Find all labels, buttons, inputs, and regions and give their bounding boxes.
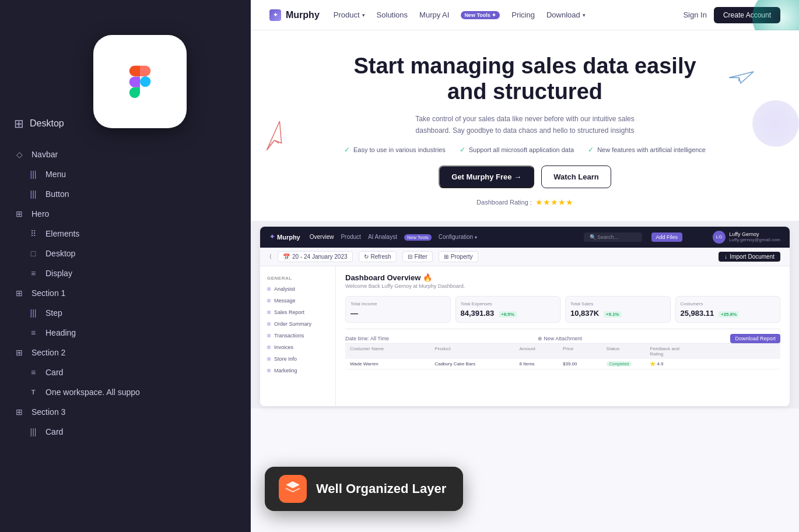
dash-property-button[interactable]: ⊞ Property xyxy=(439,251,478,262)
nav-link-new-tools[interactable]: New Tools ✦ xyxy=(461,11,500,19)
toast-icon-bg xyxy=(279,475,307,503)
paper-plane-right-icon xyxy=(726,62,756,90)
stat-total-expenses: Total Expenses 84,391.83 +8.5% xyxy=(455,296,561,323)
dash-link-product[interactable]: Product xyxy=(341,234,360,240)
sidebar-item-one-workspace[interactable]: T One workspace. All suppo xyxy=(0,382,250,402)
download-report-button[interactable]: Download Report xyxy=(730,334,780,343)
dash-user: LG Luffy Gernoy Luffy.gernoy@gmail.com xyxy=(713,231,780,244)
dash-import-button[interactable]: ↓ Import Document xyxy=(719,252,780,262)
dash-date-range[interactable]: 📅 20 - 24 January 2023 xyxy=(278,251,353,262)
sidebar-label-menu: Menu xyxy=(45,170,66,179)
dot-icon-5 xyxy=(267,334,271,337)
dash-sidebar-item-transactions[interactable]: Transactions xyxy=(260,330,335,341)
dash-sidebar-item-invoices[interactable]: Invoices xyxy=(260,341,335,353)
dash-link-overview[interactable]: Overview xyxy=(310,234,334,240)
sidebar-label-navbar: Navbar xyxy=(31,150,58,159)
stat-total-sales: Total Sales 10,837K +9.1% xyxy=(565,296,671,323)
dot-icon-3 xyxy=(267,311,271,314)
bars-icon-3: ||| xyxy=(28,308,38,318)
sidebar-label-card2: Card xyxy=(45,427,63,436)
dash-search[interactable]: 🔍 Search... xyxy=(584,232,642,242)
nav-link-product[interactable]: Product ▾ xyxy=(334,10,365,19)
nav-link-murpy-ai[interactable]: Murpy AI xyxy=(419,10,449,19)
nav-link-pricing[interactable]: Pricing xyxy=(511,10,535,19)
bars-icon-2: ||| xyxy=(28,189,38,199)
sidebar-item-heading[interactable]: ≡ Heading xyxy=(0,323,250,343)
watch-learn-button[interactable]: Watch Learn xyxy=(541,165,611,188)
dash-refresh-button[interactable]: ↻ Refresh xyxy=(359,251,397,262)
lines-icon-2: ≡ xyxy=(28,327,38,338)
dash-link-ai[interactable]: AI Analayst xyxy=(368,234,397,240)
sidebar-item-card2[interactable]: ||| Card xyxy=(0,422,250,442)
sidebar-item-navbar[interactable]: ◇ Navbar xyxy=(0,145,250,164)
sidebar-label-hero: Hero xyxy=(31,209,49,219)
sidebar-item-menu[interactable]: ||| Menu xyxy=(0,164,250,184)
dash-nav-logo: ✦ Murphy xyxy=(269,233,300,241)
dash-sidebar-item-sales[interactable]: Sales Report xyxy=(260,306,335,318)
hero-rating: Dashboard Rating : ★★★★★ xyxy=(269,198,780,207)
sidebar-label-heading: Heading xyxy=(45,328,76,337)
dot-icon xyxy=(267,287,271,291)
dot-icon-6 xyxy=(267,346,271,349)
sidebar-item-display[interactable]: ≡ Display xyxy=(0,263,250,283)
nav-link-download[interactable]: Download ▾ xyxy=(546,10,586,19)
grid-icon-2: ⊞ xyxy=(14,288,24,298)
rating-stars: ★★★★★ xyxy=(535,198,573,207)
sidebar-item-step[interactable]: ||| Step xyxy=(0,303,250,323)
dash-add-files-button[interactable]: Add Files xyxy=(651,232,683,242)
hero-feature-3: ✓ New features with artificial intellige… xyxy=(588,146,706,154)
sidebar-label-section1: Section 1 xyxy=(31,288,65,298)
dash-sidebar-general-label: GENERAL xyxy=(260,273,335,283)
dot-icon-2 xyxy=(267,299,271,302)
dash-overview-title: Dashboard Overview 🔥 xyxy=(345,273,780,282)
figma-icon-bg xyxy=(93,35,187,128)
sidebar-item-elements[interactable]: ⠿ Elements xyxy=(0,224,250,244)
dot-icon-4 xyxy=(267,322,271,326)
inner-dashboard: ✦ Murphy Overview Product AI Analayst Ne… xyxy=(260,227,790,406)
sidebar-item-section1[interactable]: ⊞ Section 1 xyxy=(0,283,250,303)
hero-feature-2: ✓ Support all microsoft application data xyxy=(460,146,574,154)
dash-sidebar-item-store[interactable]: Store Info xyxy=(260,353,335,365)
bars-icon-4: ||| xyxy=(28,427,38,437)
sidebar-item-section3[interactable]: ⊞ Section 3 xyxy=(0,402,250,422)
stat-customers: Costumers 25,983.11 +25.8% xyxy=(675,296,781,323)
sidebar-item-hero[interactable]: ⊞ Hero xyxy=(0,204,250,224)
dash-sidebar-item-orders[interactable]: Order Summary xyxy=(260,318,335,330)
hero-subtitle: Take control of your sales data like nev… xyxy=(414,114,636,136)
nav-bar: ✦ Murphy Product ▾ Solutions Murpy AI Ne… xyxy=(251,0,799,30)
dash-content: Dashboard Overview 🔥 Welcome Back Luffy … xyxy=(336,266,790,406)
main-area: ✦ Murphy Product ▾ Solutions Murpy AI Ne… xyxy=(251,0,799,532)
sidebar-label-section3: Section 3 xyxy=(31,407,65,417)
dash-sidebar-item-marketing[interactable]: Marketing xyxy=(260,365,335,376)
dash-toolbar: ⟨ 📅 20 - 24 January 2023 ↻ Refresh ⊟ Fil… xyxy=(260,248,790,266)
nav-links: Product ▾ Solutions Murpy AI New Tools ✦… xyxy=(334,10,670,19)
sign-in-button[interactable]: Sign In xyxy=(683,10,706,19)
dots-icon: ⠿ xyxy=(28,228,38,239)
dash-sidebar-inner: GENERAL Analysist Message Sales Report xyxy=(260,266,336,406)
dash-sidebar-item-message[interactable]: Message xyxy=(260,295,335,306)
grid-icon-3: ⊞ xyxy=(14,347,24,358)
text-icon: T xyxy=(28,387,38,397)
sidebar-label-display: Display xyxy=(45,269,72,278)
dash-sidebar-item-analysist[interactable]: Analysist xyxy=(260,283,335,295)
sidebar-label-one-workspace: One workspace. All suppo xyxy=(45,387,140,397)
dot-icon-7 xyxy=(267,357,271,361)
sidebar-item-card[interactable]: ≡ Card xyxy=(0,362,250,382)
hero-title: Start managing sales data easily and str… xyxy=(350,54,700,104)
sidebar-item-button[interactable]: ||| Button xyxy=(0,184,250,204)
dash-link-config[interactable]: Configuration ▾ xyxy=(439,234,477,240)
dash-filter-button[interactable]: ⊟ Filter xyxy=(402,251,433,262)
dash-overview-sub: Welcome Back Luffy Gernoy at Murphy Dash… xyxy=(345,283,780,289)
hero-section: Start managing sales data easily and str… xyxy=(251,30,799,221)
dashboard-preview-area: ✦ Murphy Overview Product AI Analayst Ne… xyxy=(251,221,799,408)
sidebar-item-section2[interactable]: ⊞ Section 2 xyxy=(0,343,250,362)
diamond-icon: ◇ xyxy=(14,149,24,160)
nav-link-solutions[interactable]: Solutions xyxy=(377,10,408,19)
dash-link-new-tools[interactable]: New Tools xyxy=(404,234,432,240)
nav-logo-text: Murphy xyxy=(286,10,320,20)
sidebar-item-desktop[interactable]: □ Desktop xyxy=(0,244,250,263)
get-murphy-free-button[interactable]: Get Murphy Free → xyxy=(439,165,534,188)
bars-icon: ||| xyxy=(28,169,38,179)
toast-overlay: Well Organized Layer xyxy=(265,467,463,511)
table-row: Wade Warren Cadbury Cake Bars 8 Items $3… xyxy=(345,359,780,369)
